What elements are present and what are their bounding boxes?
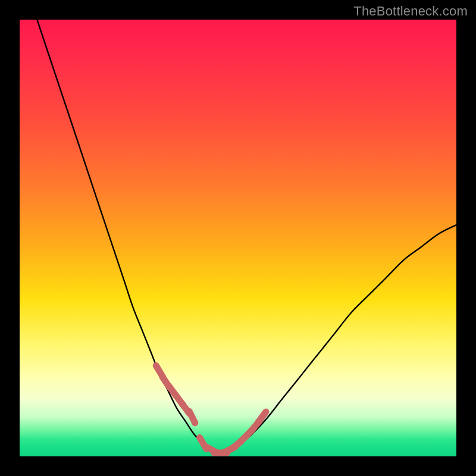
plot-area: [20, 20, 456, 456]
chart-svg: [20, 20, 456, 456]
bottleneck-curve: [37, 20, 456, 453]
watermark-text: TheBottleneck.com: [353, 4, 468, 19]
threshold-marker: [189, 411, 195, 423]
threshold-markers: [156, 365, 266, 453]
outer-frame: TheBottleneck.com: [0, 0, 476, 476]
